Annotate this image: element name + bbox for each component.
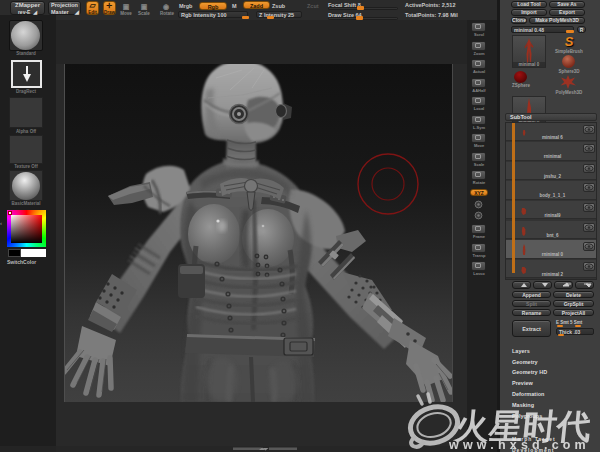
svg-text:www.hxsd.com: www.hxsd.com [448,438,590,452]
